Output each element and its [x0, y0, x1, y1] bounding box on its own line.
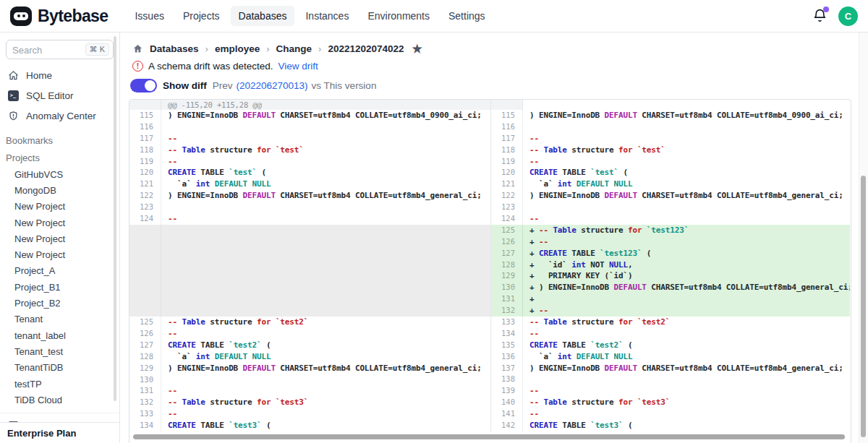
line-number: 115	[129, 110, 161, 121]
sidebar-project-item[interactable]: New Project	[0, 246, 119, 262]
sidebar-project-item[interactable]: Project_B2	[0, 295, 119, 311]
search-box[interactable]: ⌘ K	[6, 40, 114, 59]
sidebar-project-item[interactable]: New Project	[0, 199, 119, 215]
diff-line: 117--	[129, 133, 490, 145]
diff-line: 129+ PRIMARY KEY (`id`)	[491, 270, 850, 282]
main-content: Databases›employee›Change›20221202074022…	[120, 33, 868, 443]
breadcrumb-item[interactable]: Databases	[150, 43, 199, 54]
home-icon	[7, 70, 19, 81]
diff-line: 133--	[129, 408, 490, 420]
sidebar-section-projects: Projects	[0, 149, 119, 166]
breadcrumb-separator: ›	[205, 43, 208, 54]
diff-hunk-header	[491, 100, 850, 110]
sidebar-project-item[interactable]: Tenant_test	[0, 343, 119, 359]
code-text: --	[161, 408, 490, 420]
home-icon[interactable]	[132, 43, 143, 54]
sidebar-project-item[interactable]: TenantTiDB	[0, 360, 119, 376]
sidebar-scrollbar[interactable]	[114, 36, 116, 401]
sidebar-project-item[interactable]: Project_B1	[0, 279, 119, 295]
code-text: + --	[523, 305, 850, 317]
code-text	[523, 100, 850, 110]
code-text: ) ENGINE=InnoDB DEFAULT CHARSET=utf8mb4 …	[523, 190, 850, 202]
line-number: 141	[491, 408, 523, 420]
diff-line: 115) ENGINE=InnoDB DEFAULT CHARSET=utf8m…	[129, 110, 490, 121]
diff-line: 142CREATE TABLE `test3` (	[491, 420, 850, 431]
diff-line: 123	[491, 202, 850, 213]
diff-line: 126+ --	[491, 236, 850, 248]
line-number: 133	[491, 317, 523, 328]
line-number: 117	[491, 133, 523, 145]
code-text: --	[523, 408, 850, 420]
sidebar-project-item[interactable]: MongoDB	[0, 182, 119, 198]
prev-label: Prev	[213, 80, 233, 91]
code-text: @@ -115,20 +115,28 @@	[161, 100, 490, 110]
page-scrollbar[interactable]	[861, 176, 866, 437]
diff-line: 135CREATE TABLE `test2` (	[491, 340, 850, 351]
code-text: + `id` int NOT NULL,	[523, 259, 850, 271]
show-diff-toggle[interactable]	[130, 79, 157, 93]
diff-line: 125-- Table structure for `test2`	[129, 317, 490, 328]
code-text: ) ENGINE=InnoDB DEFAULT CHARSET=utf8mb4 …	[161, 110, 490, 121]
line-number: 136	[491, 351, 523, 363]
sidebar-project-item[interactable]: New Project	[0, 231, 119, 246]
search-shortcut-badge: ⌘ K	[85, 43, 109, 56]
diff-line: 131+	[491, 293, 850, 305]
line-number: 135	[491, 340, 523, 351]
sidebar-item-anomaly-center[interactable]: Anomaly Center	[0, 106, 119, 126]
diff-line: 137) ENGINE=InnoDB DEFAULT CHARSET=utf8m…	[491, 363, 850, 374]
code-text: + PRIMARY KEY (`id`)	[523, 270, 850, 282]
vs-label: vs This version	[312, 80, 377, 91]
code-text: +	[523, 293, 850, 305]
sidebar-project-item[interactable]: tenant_label	[0, 327, 119, 343]
horizontal-scrollbar[interactable]	[133, 434, 845, 439]
diff-line: 117--	[491, 133, 850, 145]
line-number: 139	[491, 385, 523, 397]
breadcrumb-item[interactable]: Change	[276, 43, 312, 54]
diff-line: 134--	[491, 328, 850, 340]
diff-line: 125+ -- Table structure for `test123`	[491, 225, 850, 236]
view-drift-link[interactable]: View drift	[278, 61, 318, 72]
nav-tab-databases[interactable]: Databases	[231, 6, 295, 26]
nav-tab-issues[interactable]: Issues	[127, 6, 171, 26]
code-text: CREATE TABLE `test2` (	[161, 340, 490, 351]
line-number: 129	[491, 270, 523, 282]
notification-badge	[823, 7, 829, 12]
code-text: --	[161, 328, 490, 340]
nav-tab-environments[interactable]: Environments	[359, 6, 438, 26]
line-number	[491, 100, 523, 110]
breadcrumb: Databases›employee›Change›20221202074022…	[132, 42, 422, 56]
star-icon[interactable]: ★	[412, 42, 422, 56]
sidebar-item-sql-editor[interactable]: >_SQL Editor	[0, 85, 119, 106]
sidebar-project-item[interactable]: testTP	[0, 376, 119, 392]
avatar[interactable]: C	[838, 7, 858, 26]
sidebar-project-item[interactable]: New Project	[0, 215, 119, 231]
diff-line: 124--	[129, 213, 490, 225]
line-number: 131	[491, 293, 523, 305]
sidebar-project-item[interactable]: GitHubVCS	[0, 166, 119, 182]
plan-badge: Enterprise Plan	[0, 422, 119, 443]
line-number: 119	[129, 156, 161, 168]
notifications-button[interactable]	[812, 8, 828, 24]
diff-column-old: @@ -115,20 +115,28 @@115) ENGINE=InnoDB …	[129, 100, 490, 431]
line-number: 125	[491, 225, 523, 236]
code-text: --	[161, 213, 490, 225]
code-text: + -- Table structure for `test123`	[523, 225, 850, 236]
schema-drift-alert: ! A schema drift was detected. View drif…	[132, 61, 318, 72]
line-number: 116	[491, 121, 523, 133]
sidebar-project-item[interactable]: TiDB Cloud	[0, 392, 119, 408]
diff-line: 120CREATE TABLE `test` (	[129, 167, 490, 179]
sidebar-item-home[interactable]: Home	[0, 65, 119, 85]
nav-tab-projects[interactable]: Projects	[175, 6, 228, 26]
search-input[interactable]	[12, 45, 76, 56]
sidebar-project-item[interactable]: Project_A	[0, 263, 119, 279]
sidebar-project-item[interactable]: Tenant	[0, 311, 119, 327]
code-text	[161, 121, 490, 133]
line-number: 128	[129, 351, 161, 363]
diff-columns: @@ -115,20 +115,28 @@115) ENGINE=InnoDB …	[129, 100, 851, 431]
prev-version-link[interactable]: (202206270013)	[237, 80, 308, 91]
nav-tab-instances[interactable]: Instances	[297, 6, 357, 26]
bytebase-logo[interactable]: Bytebase	[10, 7, 108, 26]
nav-tab-settings[interactable]: Settings	[441, 6, 493, 26]
code-text: + CREATE TABLE `test123` (	[523, 248, 850, 259]
breadcrumb-item[interactable]: employee	[215, 43, 260, 54]
